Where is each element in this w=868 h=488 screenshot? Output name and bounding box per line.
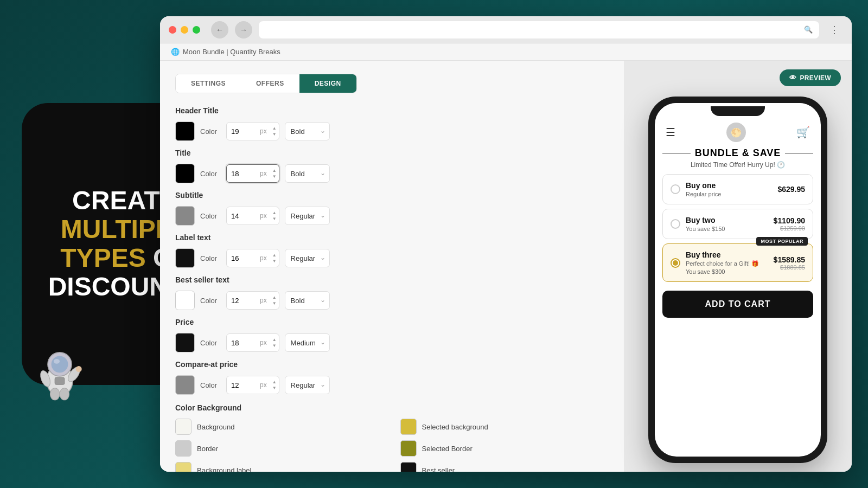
cart-icon[interactable]: 🛒 — [796, 126, 810, 139]
breadcrumb: Moon Bundle | Quantity Breaks — [183, 48, 280, 56]
globe-icon: 🌐 — [171, 48, 180, 56]
price-color-label: Color — [200, 339, 221, 347]
compare-price-row: Color px ▲▼ RegularBoldMedium — [175, 375, 609, 395]
phone-screen: ☰ 🌕 🛒 BUNDLE & SAVE Limited Time Offer! … — [655, 103, 821, 457]
browser-content: SETTINGS OFFERS DESIGN Header Title Colo… — [160, 61, 852, 472]
title-size-arrows[interactable]: ▲▼ — [270, 168, 279, 179]
title-style-wrap: BoldRegularMedium — [285, 164, 330, 183]
subtitle-size-input[interactable]: px ▲▼ — [226, 207, 279, 225]
label-text-size-field[interactable] — [227, 254, 257, 262]
best-seller-swatch[interactable] — [400, 462, 417, 472]
bundle-desc-three: Perfect choice for a Gift! 🎁 — [686, 260, 768, 267]
label-text-color-swatch[interactable] — [175, 248, 195, 268]
search-icon: 🔍 — [804, 25, 813, 34]
price-style-select[interactable]: MediumBoldRegular — [285, 333, 330, 352]
header-title-size-input[interactable]: px ▲▼ — [226, 122, 279, 140]
header-title-row: Color px ▲▼ BoldRegularMedium — [175, 121, 609, 141]
background-label: Background — [197, 423, 234, 431]
best-seller-style-select[interactable]: BoldRegularMedium — [285, 291, 330, 310]
close-button[interactable] — [169, 26, 176, 34]
bundle-price-col-one: $629.95 — [777, 185, 805, 194]
svg-point-6 — [76, 366, 82, 372]
price-row: Color px ▲▼ MediumBoldRegular — [175, 333, 609, 352]
header-title-size-field[interactable] — [227, 127, 257, 136]
price-section: Price — [175, 318, 609, 326]
bundle-option-two[interactable]: Buy two You save $150 $1109.90 $1259.90 — [662, 209, 813, 239]
price-size-field[interactable] — [227, 339, 257, 347]
bundle-compare-two: $1259.90 — [774, 225, 805, 232]
header-title-size-arrows[interactable]: ▲▼ — [270, 125, 279, 137]
compare-price-size-input[interactable]: px ▲▼ — [226, 376, 279, 394]
subtitle-color-swatch[interactable] — [175, 206, 195, 226]
bundle-price-three: $1589.85 — [774, 255, 805, 264]
color-background-label: Color Background — [175, 403, 609, 412]
bundle-name-one: Buy one — [686, 181, 772, 190]
bundle-desc-two: You save $150 — [686, 226, 768, 232]
compare-price-color-swatch[interactable] — [175, 375, 195, 395]
preview-panel: 👁 PREVIEW ☰ 🌕 🛒 — [624, 61, 852, 472]
compare-price-size-field[interactable] — [227, 381, 257, 389]
compare-price-style-select[interactable]: RegularBoldMedium — [285, 376, 330, 394]
subtitle-style-select[interactable]: RegularBoldMedium — [285, 207, 330, 225]
selected-background-swatch[interactable] — [400, 419, 417, 435]
svg-point-10 — [48, 352, 72, 376]
price-color-swatch[interactable] — [175, 333, 195, 352]
address-bar[interactable]: 🔍 — [259, 21, 819, 38]
traffic-lights — [169, 26, 200, 34]
best-seller-label: Best seller — [422, 466, 455, 472]
svg-point-8 — [60, 388, 69, 400]
phone-header: ☰ 🌕 🛒 — [655, 119, 821, 147]
color-background-section: Color Background Background Selected bac… — [175, 403, 609, 472]
browser-toolbar: 🌐 Moon Bundle | Quantity Breaks — [160, 43, 852, 61]
radio-three[interactable] — [671, 258, 680, 268]
radio-two[interactable] — [671, 219, 680, 229]
title-color-swatch[interactable] — [175, 164, 195, 183]
border-swatch[interactable] — [175, 440, 192, 457]
subtitle-color-label: Color — [200, 212, 221, 220]
title-style-select[interactable]: BoldRegularMedium — [285, 164, 330, 183]
bundle-option-one[interactable]: Buy one Regular price $629.95 — [662, 174, 813, 204]
bundle-price-one: $629.95 — [777, 185, 805, 194]
radio-one[interactable] — [671, 184, 680, 194]
bundle-option-three[interactable]: Buy three Perfect choice for a Gift! 🎁 Y… — [662, 243, 813, 282]
best-seller-color-swatch[interactable] — [175, 291, 195, 310]
title-size-input[interactable]: px ▲▼ — [226, 164, 279, 183]
preview-button[interactable]: 👁 PREVIEW — [780, 69, 841, 86]
more-button[interactable]: ⋮ — [826, 21, 843, 38]
best-seller-size-input[interactable]: px ▲▼ — [226, 291, 279, 310]
bundle-info-three: Buy three Perfect choice for a Gift! 🎁 Y… — [686, 251, 768, 275]
bg-color-item: Background — [175, 419, 384, 435]
phone-notch — [711, 106, 765, 116]
best-seller-color-item: Best seller — [400, 462, 609, 472]
background-swatch[interactable] — [175, 419, 192, 435]
subtitle-section: Subtitle — [175, 191, 609, 200]
background-label-swatch[interactable] — [175, 462, 192, 472]
title-size-field[interactable] — [227, 170, 257, 178]
tab-offers[interactable]: OFFERS — [241, 74, 299, 93]
store-logo: 🌕 — [726, 123, 746, 142]
back-button[interactable]: ← — [211, 21, 228, 38]
bundle-header: BUNDLE & SAVE Limited Time Offer! Hurry … — [662, 147, 813, 169]
minimize-button[interactable] — [181, 26, 188, 34]
subtitle-size-field[interactable] — [227, 212, 257, 220]
browser-titlebar: ← → 🔍 ⋮ — [160, 16, 852, 43]
header-title-color-swatch[interactable] — [175, 121, 195, 141]
tab-design[interactable]: DESIGN — [299, 74, 356, 93]
best-seller-size-field[interactable] — [227, 297, 257, 305]
price-size-input[interactable]: px ▲▼ — [226, 333, 279, 352]
maximize-button[interactable] — [193, 26, 200, 34]
hamburger-icon[interactable]: ☰ — [666, 126, 675, 139]
label-text-style-select[interactable]: RegularBoldMedium — [285, 249, 330, 267]
tab-settings[interactable]: SETTINGS — [176, 74, 241, 93]
bundle-price-two: $1109.90 — [774, 216, 805, 225]
svg-rect-9 — [55, 377, 65, 384]
header-title-style-select[interactable]: BoldRegularMedium — [285, 122, 330, 140]
label-text-size-input[interactable]: px ▲▼ — [226, 249, 279, 267]
title-row: Color px ▲▼ BoldRegularMedium — [175, 164, 609, 183]
forward-button[interactable]: → — [235, 21, 252, 38]
header-title-color-label: Color — [200, 127, 221, 136]
compare-price-color-label: Color — [200, 381, 221, 389]
add-to-cart-button[interactable]: ADD TO CART — [662, 291, 813, 318]
best-seller-text-row: Color px ▲▼ BoldRegularMedium — [175, 291, 609, 310]
selected-border-swatch[interactable] — [400, 440, 417, 457]
